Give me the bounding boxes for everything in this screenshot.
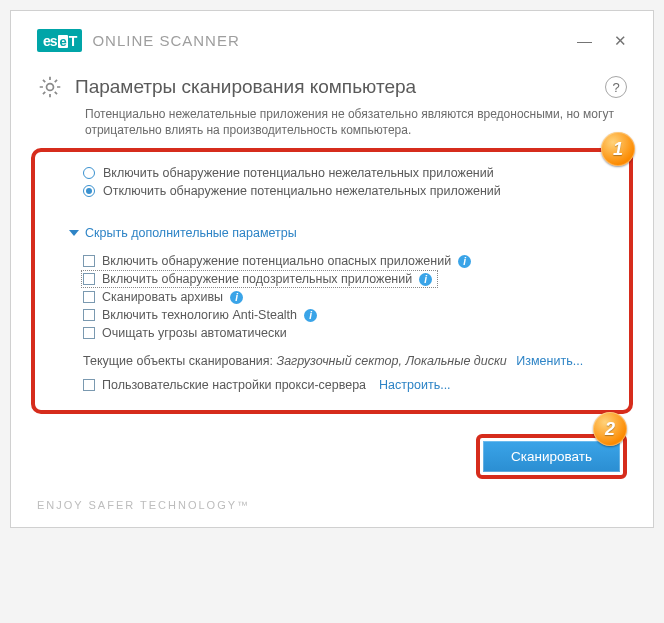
brand: eseT ONLINE SCANNER [37,29,240,52]
check-label: Сканировать архивы [102,290,223,304]
intro-text: Потенциально нежелательные приложения не… [85,106,627,138]
options-highlight: 1 Включить обнаружение потенциально неже… [31,148,633,414]
info-icon[interactable]: i [230,291,243,304]
advanced-checks: Включить обнаружение потенциально опасны… [83,254,619,340]
configure-proxy-link[interactable]: Настроить... [379,378,451,392]
check-row: Очищать угрозы автоматически [83,326,287,340]
badge-2: 2 [593,412,627,446]
svg-point-0 [47,84,54,91]
pua-radio-group: Включить обнаружение потенциально нежела… [83,166,619,198]
check-label: Включить обнаружение потенциально опасны… [102,254,451,268]
close-button[interactable]: ✕ [614,32,627,50]
check-label: Очищать угрозы автоматически [102,326,287,340]
page-title: Параметры сканирования компьютера [75,76,416,98]
window-controls: — ✕ [577,32,627,50]
badge-1: 1 [601,132,635,166]
targets-value: Загрузочный сектор, Локальные диски [277,354,507,368]
info-icon[interactable]: i [419,273,432,286]
app-window: eseT ONLINE SCANNER — ✕ Параметры сканир… [10,10,654,528]
radio-label: Отключить обнаружение потенциально нежел… [103,184,501,198]
footer-tagline: ENJOY SAFER TECHNOLOGY™ [37,499,627,511]
eset-logo: eseT [37,29,82,52]
checkbox[interactable] [83,309,95,321]
radio-label: Включить обнаружение потенциально нежела… [103,166,494,180]
targets-label: Текущие объекты сканирования: [83,354,273,368]
titlebar: eseT ONLINE SCANNER — ✕ [37,29,627,52]
checkbox[interactable] [83,273,95,285]
check-label: Включить технологию Anti-Stealth [102,308,297,322]
check-row: Включить обнаружение подозрительных прил… [83,272,436,286]
radio-enable-pua[interactable]: Включить обнаружение потенциально нежела… [83,166,619,180]
radio-icon [83,167,95,179]
checkbox[interactable] [83,291,95,303]
check-row: Сканировать архивыi [83,290,243,304]
check-row: Включить обнаружение потенциально опасны… [83,254,471,268]
checkbox[interactable] [83,327,95,339]
scan-highlight: 2 Сканировать [476,434,627,479]
info-icon[interactable]: i [304,309,317,322]
info-icon[interactable]: i [458,255,471,268]
radio-disable-pua[interactable]: Отключить обнаружение потенциально нежел… [83,184,619,198]
gear-icon [37,74,63,100]
help-icon[interactable]: ? [605,76,627,98]
button-area: 2 Сканировать [37,434,627,479]
scan-button[interactable]: Сканировать [483,441,620,472]
scan-targets-row: Текущие объекты сканирования: Загрузочны… [83,354,619,368]
check-row: Включить технологию Anti-Stealthi [83,308,317,322]
page-header: Параметры сканирования компьютера ? [37,74,627,100]
toggle-advanced[interactable]: Скрыть дополнительные параметры [69,226,297,240]
proxy-row: Пользовательские настройки прокси-сервер… [83,378,619,392]
proxy-label: Пользовательские настройки прокси-сервер… [102,378,366,392]
change-targets-link[interactable]: Изменить... [516,354,583,368]
app-title: ONLINE SCANNER [92,32,239,49]
radio-icon [83,185,95,197]
check-label: Включить обнаружение подозрительных прил… [102,272,412,286]
minimize-button[interactable]: — [577,32,592,50]
checkbox[interactable] [83,255,95,267]
checkbox-proxy[interactable] [83,379,95,391]
